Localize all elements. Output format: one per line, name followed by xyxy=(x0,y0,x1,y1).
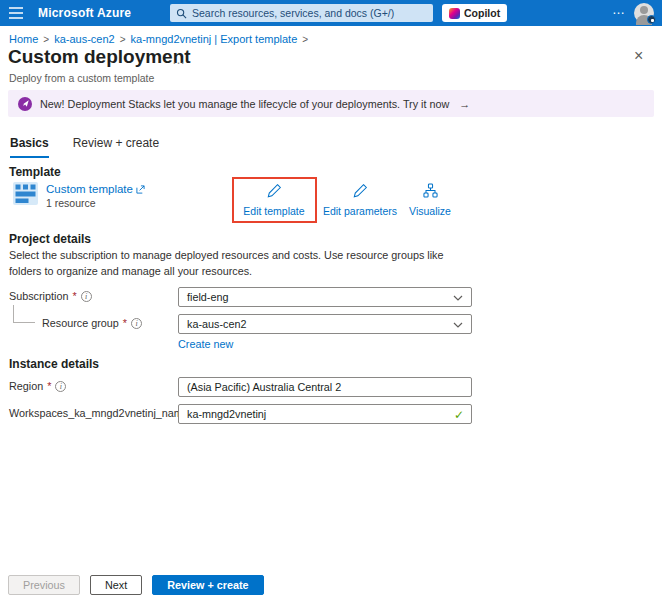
tab-basics[interactable]: Basics xyxy=(10,136,49,158)
banner-text: New! Deployment Stacks let you manage th… xyxy=(40,98,449,110)
external-link-icon xyxy=(136,185,145,194)
pencil-icon xyxy=(353,183,368,198)
topbar-more-button[interactable]: … xyxy=(612,2,625,17)
required-mark: * xyxy=(47,380,51,392)
breadcrumb-export-template[interactable]: ka-mngd2vnetinj | Export template xyxy=(131,33,298,45)
review-create-button[interactable]: Review + create xyxy=(152,575,263,595)
tab-bar: Basics Review + create xyxy=(10,136,159,158)
copilot-label: Copilot xyxy=(464,7,500,19)
chevron-down-icon xyxy=(453,295,463,301)
custom-template-link[interactable]: Custom template xyxy=(46,183,145,195)
project-details-description: Select the subscription to manage deploy… xyxy=(9,248,454,279)
brand-title: Microsoft Azure xyxy=(38,6,131,20)
tab-review-create[interactable]: Review + create xyxy=(73,136,159,158)
subscription-dropdown[interactable]: field-eng xyxy=(178,287,472,307)
resource-group-dropdown[interactable]: ka-aus-cen2 xyxy=(178,314,472,334)
global-search[interactable] xyxy=(170,4,433,22)
info-icon[interactable]: i xyxy=(131,318,142,329)
field-connector-line xyxy=(13,305,35,323)
custom-deployment-page: Microsoft Azure Copilot … Home > ka-aus-… xyxy=(0,0,662,599)
deployment-stacks-banner: New! Deployment Stacks let you manage th… xyxy=(8,90,654,117)
close-icon[interactable]: × xyxy=(634,48,643,64)
megaphone-icon xyxy=(18,97,32,111)
region-input-field[interactable] xyxy=(187,381,463,393)
breadcrumb-separator: > xyxy=(43,34,49,45)
valid-check-icon: ✓ xyxy=(454,408,464,422)
required-mark: * xyxy=(123,317,127,329)
visualize-button[interactable]: Visualize xyxy=(402,183,458,217)
pencil-icon xyxy=(267,183,282,198)
resource-group-label: Resource group * i xyxy=(42,317,142,329)
template-resource-count: 1 resource xyxy=(46,197,96,209)
page-title: Custom deployment xyxy=(8,46,191,68)
avatar[interactable] xyxy=(634,3,654,23)
workspaces-name-label: Workspaces_ka_mngd2vnetinj_name xyxy=(9,407,189,419)
lock-badge-icon xyxy=(647,15,656,24)
visualize-label: Visualize xyxy=(402,205,458,217)
region-label: Region * i xyxy=(9,380,66,392)
project-details-heading: Project details xyxy=(9,232,91,246)
breadcrumb-resource-group[interactable]: ka-aus-cen2 xyxy=(54,33,115,45)
hamburger-menu-icon[interactable] xyxy=(9,7,23,19)
required-mark: * xyxy=(72,290,76,302)
breadcrumb-separator: > xyxy=(120,34,126,45)
page-subtitle: Deploy from a custom template xyxy=(9,72,154,84)
copilot-icon xyxy=(449,8,460,19)
edit-parameters-label: Edit parameters xyxy=(318,205,402,217)
info-icon[interactable]: i xyxy=(81,291,92,302)
previous-button: Previous xyxy=(8,575,80,595)
edit-template-button[interactable]: Edit template xyxy=(234,183,314,217)
edit-template-label: Edit template xyxy=(234,205,314,217)
title-more-button[interactable]: … xyxy=(172,52,186,67)
template-icon xyxy=(13,182,40,207)
banner-arrow-icon[interactable]: → xyxy=(459,98,470,110)
chevron-down-icon xyxy=(453,322,463,328)
copilot-button[interactable]: Copilot xyxy=(442,4,507,22)
breadcrumb-home[interactable]: Home xyxy=(9,33,38,45)
instance-details-heading: Instance details xyxy=(9,357,99,371)
next-button[interactable]: Next xyxy=(90,575,142,595)
breadcrumb: Home > ka-aus-cen2 > ka-mngd2vnetinj | E… xyxy=(9,33,308,45)
region-input[interactable] xyxy=(178,377,472,397)
org-chart-icon xyxy=(423,183,438,198)
search-icon xyxy=(176,8,187,19)
edit-parameters-button[interactable]: Edit parameters xyxy=(318,183,402,217)
create-new-link[interactable]: Create new xyxy=(178,338,233,350)
workspaces-name-input-field[interactable] xyxy=(187,408,463,420)
breadcrumb-separator: > xyxy=(302,34,308,45)
template-section-heading: Template xyxy=(9,165,61,179)
info-icon[interactable]: i xyxy=(55,381,66,392)
azure-top-bar: Microsoft Azure Copilot … xyxy=(0,0,662,26)
wizard-footer: Previous Next Review + create xyxy=(8,575,264,595)
workspaces-name-input[interactable]: ✓ xyxy=(178,404,472,424)
custom-template-label: Custom template xyxy=(46,183,133,195)
subscription-label: Subscription * i xyxy=(9,290,92,302)
search-input[interactable] xyxy=(192,7,427,19)
